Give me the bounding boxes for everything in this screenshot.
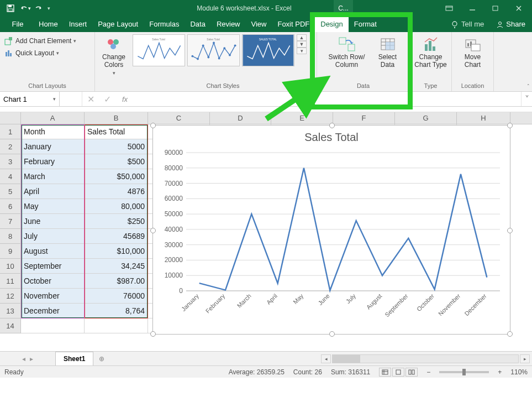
column-header-c[interactable]: C [148,112,210,124]
cell[interactable]: February [21,154,85,169]
cell[interactable]: November [21,289,85,304]
redo-button[interactable] [33,3,45,14]
chart-style-2[interactable]: Sales Total [187,34,240,66]
row-header[interactable]: 5 [0,184,21,199]
scroll-left-button[interactable]: ◂ [321,354,331,363]
horizontal-scrollbar[interactable]: ◂ ▸ [319,352,532,365]
collapse-ribbon-button[interactable]: ˄ [527,83,530,89]
zoom-slider[interactable] [439,371,489,373]
cell[interactable]: $250 [85,214,148,229]
save-button[interactable] [4,3,17,14]
cell[interactable]: $500 [85,154,148,169]
undo-button[interactable]: ▾ [19,3,31,14]
row-header[interactable]: 4 [0,169,21,184]
tab-foxit-pdf[interactable]: Foxit PDF [272,16,315,32]
chart-plot-area[interactable]: 0100002000030000400005000060000700008000… [153,147,511,330]
cancel-formula-button[interactable]: ✕ [82,94,99,105]
cell[interactable] [21,318,85,333]
sheet-nav-next[interactable]: ▸ [30,355,33,363]
row-header[interactable]: 8 [0,229,21,244]
close-button[interactable] [508,3,530,14]
column-header-g[interactable]: G [395,112,457,124]
tab-formulas[interactable]: Formulas [144,16,185,32]
cell[interactable]: October [21,274,85,289]
cell[interactable]: December [21,304,85,318]
tab-page-layout[interactable]: Page Layout [92,16,144,32]
row-header[interactable]: 13 [0,304,21,318]
cell[interactable]: June [21,214,85,229]
row-header[interactable]: 14 [0,318,21,333]
cell[interactable]: $50,000 [85,169,148,184]
chart-title[interactable]: Sales Total [153,126,510,147]
gallery-up-button[interactable]: ▲ [297,34,307,41]
column-header-a[interactable]: A [21,112,85,124]
view-page-break-button[interactable] [405,368,418,377]
cell[interactable]: July [21,229,85,244]
row-header[interactable]: 11 [0,274,21,289]
tab-home[interactable]: Home [33,16,64,32]
gallery-down-button[interactable]: ▼ [297,41,307,48]
tell-me-search[interactable]: Tell me [446,16,489,32]
embedded-chart[interactable]: Sales Total 0100002000030000400005000060… [152,125,510,335]
tab-data[interactable]: Data [185,16,210,32]
cell[interactable]: April [21,184,85,199]
cell[interactable]: 80,000 [85,199,148,214]
ribbon-display-options[interactable] [438,3,460,14]
change-colors-button[interactable]: Change Colors ▾ [98,34,129,79]
row-header[interactable]: 3 [0,154,21,169]
column-header-h[interactable]: H [457,112,510,124]
tab-file[interactable]: File [2,16,33,32]
sheet-nav-prev[interactable]: ◂ [22,355,25,363]
add-chart-element-button[interactable]: Add Chart Element ▾ [3,35,77,46]
cell[interactable]: 5000 [85,139,148,154]
column-header-b[interactable]: B [85,112,148,124]
quick-layout-button[interactable]: Quick Layout ▾ [3,48,77,59]
cell[interactable]: Sales Total [85,124,148,139]
zoom-level[interactable]: 110% [510,368,528,376]
cell[interactable]: 4876 [85,184,148,199]
row-header[interactable]: 10 [0,259,21,274]
zoom-out-button[interactable]: − [426,368,430,376]
cell[interactable]: May [21,199,85,214]
cell[interactable]: $10,000 [85,244,148,259]
cell[interactable]: $987.00 [85,274,148,289]
tab-view[interactable]: View [246,16,272,32]
maximize-button[interactable] [484,3,507,14]
name-box[interactable]: Chart 1 ▾ [0,92,60,106]
row-header[interactable]: 6 [0,199,21,214]
scroll-right-button[interactable]: ▸ [520,354,530,363]
zoom-in-button[interactable]: + [498,368,502,376]
insert-function-button[interactable]: fx [115,95,132,103]
cell[interactable]: 45689 [85,229,148,244]
sheet-tab-sheet1[interactable]: Sheet1 [55,352,93,365]
minimize-button[interactable] [461,3,483,14]
tab-insert[interactable]: Insert [64,16,93,32]
cell[interactable]: January [21,139,85,154]
expand-formula-bar-button[interactable]: ˅ [521,92,532,106]
cell[interactable]: March [21,169,85,184]
chart-style-1[interactable]: Sales Total [133,34,185,66]
view-page-layout-button[interactable] [392,368,404,377]
chart-styles-gallery[interactable]: Sales Total Sales Total SALES TOTAL [133,34,294,66]
cell[interactable]: 34,245 [85,259,148,274]
select-all-corner[interactable] [0,112,21,124]
row-header[interactable]: 9 [0,244,21,259]
cell[interactable]: August [21,244,85,259]
row-header[interactable]: 7 [0,214,21,229]
tab-review[interactable]: Review [211,16,246,32]
row-header[interactable]: 2 [0,139,21,154]
add-sheet-button[interactable]: ⊕ [93,352,110,365]
column-header-f[interactable]: F [333,112,395,124]
spreadsheet-grid[interactable]: 1MonthSales Total2January50003February$5… [0,124,532,351]
cell[interactable]: 8,764 [85,304,148,318]
cell[interactable] [85,318,148,333]
row-header[interactable]: 1 [0,124,21,139]
gallery-more-button[interactable]: ▾ [297,48,307,54]
share-button[interactable]: Share [489,16,532,32]
change-chart-type-button[interactable]: Change Chart Type [412,34,449,71]
cell[interactable]: Month [21,124,85,139]
cell[interactable]: 76000 [85,289,148,304]
move-chart-button[interactable]: Move Chart [462,34,483,71]
cell[interactable]: September [21,259,85,274]
enter-formula-button[interactable]: ✓ [99,94,115,105]
